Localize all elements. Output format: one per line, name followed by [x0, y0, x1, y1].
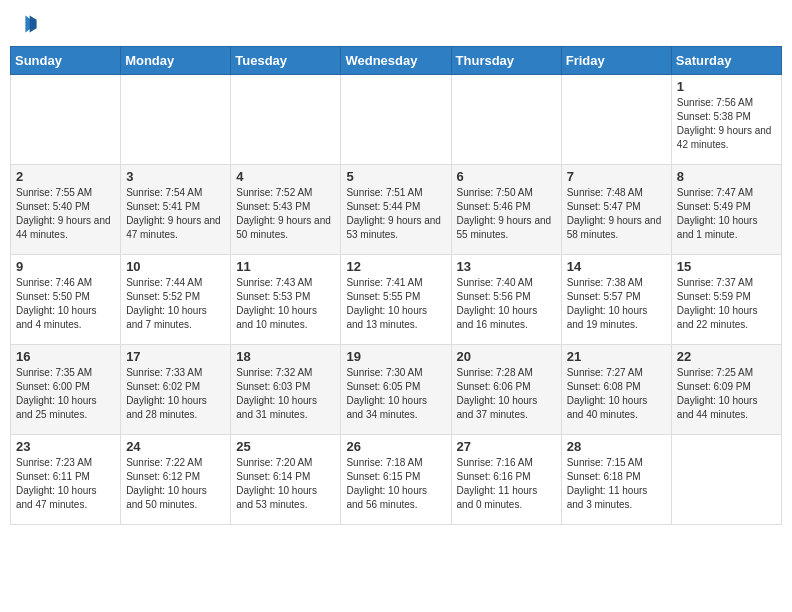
calendar-cell: 14Sunrise: 7:38 AM Sunset: 5:57 PM Dayli… — [561, 255, 671, 345]
calendar-week-0: 1Sunrise: 7:56 AM Sunset: 5:38 PM Daylig… — [11, 75, 782, 165]
day-info: Sunrise: 7:43 AM Sunset: 5:53 PM Dayligh… — [236, 276, 335, 332]
day-number: 1 — [677, 79, 776, 94]
calendar-cell: 4Sunrise: 7:52 AM Sunset: 5:43 PM Daylig… — [231, 165, 341, 255]
calendar-cell: 25Sunrise: 7:20 AM Sunset: 6:14 PM Dayli… — [231, 435, 341, 525]
day-info: Sunrise: 7:32 AM Sunset: 6:03 PM Dayligh… — [236, 366, 335, 422]
calendar-cell — [231, 75, 341, 165]
day-info: Sunrise: 7:28 AM Sunset: 6:06 PM Dayligh… — [457, 366, 556, 422]
day-info: Sunrise: 7:50 AM Sunset: 5:46 PM Dayligh… — [457, 186, 556, 242]
day-info: Sunrise: 7:38 AM Sunset: 5:57 PM Dayligh… — [567, 276, 666, 332]
logo — [10, 10, 42, 38]
calendar-week-3: 16Sunrise: 7:35 AM Sunset: 6:00 PM Dayli… — [11, 345, 782, 435]
calendar-cell: 28Sunrise: 7:15 AM Sunset: 6:18 PM Dayli… — [561, 435, 671, 525]
day-info: Sunrise: 7:16 AM Sunset: 6:16 PM Dayligh… — [457, 456, 556, 512]
day-number: 13 — [457, 259, 556, 274]
calendar-cell: 15Sunrise: 7:37 AM Sunset: 5:59 PM Dayli… — [671, 255, 781, 345]
day-info: Sunrise: 7:20 AM Sunset: 6:14 PM Dayligh… — [236, 456, 335, 512]
day-number: 9 — [16, 259, 115, 274]
calendar-cell: 20Sunrise: 7:28 AM Sunset: 6:06 PM Dayli… — [451, 345, 561, 435]
calendar-cell — [341, 75, 451, 165]
day-number: 16 — [16, 349, 115, 364]
day-number: 11 — [236, 259, 335, 274]
calendar-cell: 21Sunrise: 7:27 AM Sunset: 6:08 PM Dayli… — [561, 345, 671, 435]
calendar-cell: 24Sunrise: 7:22 AM Sunset: 6:12 PM Dayli… — [121, 435, 231, 525]
day-number: 23 — [16, 439, 115, 454]
col-header-saturday: Saturday — [671, 47, 781, 75]
day-number: 8 — [677, 169, 776, 184]
page-header — [10, 10, 782, 38]
col-header-sunday: Sunday — [11, 47, 121, 75]
day-number: 3 — [126, 169, 225, 184]
day-number: 6 — [457, 169, 556, 184]
day-number: 4 — [236, 169, 335, 184]
day-number: 19 — [346, 349, 445, 364]
logo-icon — [10, 10, 38, 38]
col-header-thursday: Thursday — [451, 47, 561, 75]
calendar-cell: 8Sunrise: 7:47 AM Sunset: 5:49 PM Daylig… — [671, 165, 781, 255]
calendar-cell: 6Sunrise: 7:50 AM Sunset: 5:46 PM Daylig… — [451, 165, 561, 255]
calendar-header-row: SundayMondayTuesdayWednesdayThursdayFrid… — [11, 47, 782, 75]
day-info: Sunrise: 7:37 AM Sunset: 5:59 PM Dayligh… — [677, 276, 776, 332]
day-number: 21 — [567, 349, 666, 364]
day-number: 10 — [126, 259, 225, 274]
day-info: Sunrise: 7:15 AM Sunset: 6:18 PM Dayligh… — [567, 456, 666, 512]
calendar-cell: 10Sunrise: 7:44 AM Sunset: 5:52 PM Dayli… — [121, 255, 231, 345]
day-info: Sunrise: 7:18 AM Sunset: 6:15 PM Dayligh… — [346, 456, 445, 512]
calendar-cell: 3Sunrise: 7:54 AM Sunset: 5:41 PM Daylig… — [121, 165, 231, 255]
col-header-friday: Friday — [561, 47, 671, 75]
calendar-week-2: 9Sunrise: 7:46 AM Sunset: 5:50 PM Daylig… — [11, 255, 782, 345]
calendar-cell: 16Sunrise: 7:35 AM Sunset: 6:00 PM Dayli… — [11, 345, 121, 435]
col-header-tuesday: Tuesday — [231, 47, 341, 75]
calendar-cell: 2Sunrise: 7:55 AM Sunset: 5:40 PM Daylig… — [11, 165, 121, 255]
day-info: Sunrise: 7:54 AM Sunset: 5:41 PM Dayligh… — [126, 186, 225, 242]
day-info: Sunrise: 7:25 AM Sunset: 6:09 PM Dayligh… — [677, 366, 776, 422]
calendar-week-1: 2Sunrise: 7:55 AM Sunset: 5:40 PM Daylig… — [11, 165, 782, 255]
day-info: Sunrise: 7:51 AM Sunset: 5:44 PM Dayligh… — [346, 186, 445, 242]
calendar-cell — [451, 75, 561, 165]
col-header-wednesday: Wednesday — [341, 47, 451, 75]
calendar-cell: 26Sunrise: 7:18 AM Sunset: 6:15 PM Dayli… — [341, 435, 451, 525]
day-info: Sunrise: 7:35 AM Sunset: 6:00 PM Dayligh… — [16, 366, 115, 422]
calendar-cell: 13Sunrise: 7:40 AM Sunset: 5:56 PM Dayli… — [451, 255, 561, 345]
day-number: 17 — [126, 349, 225, 364]
calendar-cell: 27Sunrise: 7:16 AM Sunset: 6:16 PM Dayli… — [451, 435, 561, 525]
day-number: 7 — [567, 169, 666, 184]
col-header-monday: Monday — [121, 47, 231, 75]
day-info: Sunrise: 7:47 AM Sunset: 5:49 PM Dayligh… — [677, 186, 776, 242]
day-info: Sunrise: 7:30 AM Sunset: 6:05 PM Dayligh… — [346, 366, 445, 422]
calendar-cell — [121, 75, 231, 165]
calendar-cell: 19Sunrise: 7:30 AM Sunset: 6:05 PM Dayli… — [341, 345, 451, 435]
day-number: 2 — [16, 169, 115, 184]
day-info: Sunrise: 7:27 AM Sunset: 6:08 PM Dayligh… — [567, 366, 666, 422]
day-info: Sunrise: 7:48 AM Sunset: 5:47 PM Dayligh… — [567, 186, 666, 242]
day-number: 26 — [346, 439, 445, 454]
calendar-cell — [671, 435, 781, 525]
day-info: Sunrise: 7:23 AM Sunset: 6:11 PM Dayligh… — [16, 456, 115, 512]
day-info: Sunrise: 7:33 AM Sunset: 6:02 PM Dayligh… — [126, 366, 225, 422]
calendar-cell: 22Sunrise: 7:25 AM Sunset: 6:09 PM Dayli… — [671, 345, 781, 435]
day-number: 28 — [567, 439, 666, 454]
day-info: Sunrise: 7:22 AM Sunset: 6:12 PM Dayligh… — [126, 456, 225, 512]
calendar-cell: 11Sunrise: 7:43 AM Sunset: 5:53 PM Dayli… — [231, 255, 341, 345]
calendar-week-4: 23Sunrise: 7:23 AM Sunset: 6:11 PM Dayli… — [11, 435, 782, 525]
calendar-cell — [11, 75, 121, 165]
day-info: Sunrise: 7:46 AM Sunset: 5:50 PM Dayligh… — [16, 276, 115, 332]
calendar-table: SundayMondayTuesdayWednesdayThursdayFrid… — [10, 46, 782, 525]
calendar-cell: 1Sunrise: 7:56 AM Sunset: 5:38 PM Daylig… — [671, 75, 781, 165]
day-number: 5 — [346, 169, 445, 184]
calendar-cell — [561, 75, 671, 165]
day-number: 22 — [677, 349, 776, 364]
day-number: 20 — [457, 349, 556, 364]
calendar-cell: 18Sunrise: 7:32 AM Sunset: 6:03 PM Dayli… — [231, 345, 341, 435]
calendar-cell: 7Sunrise: 7:48 AM Sunset: 5:47 PM Daylig… — [561, 165, 671, 255]
day-info: Sunrise: 7:52 AM Sunset: 5:43 PM Dayligh… — [236, 186, 335, 242]
calendar-cell: 9Sunrise: 7:46 AM Sunset: 5:50 PM Daylig… — [11, 255, 121, 345]
day-number: 12 — [346, 259, 445, 274]
day-number: 14 — [567, 259, 666, 274]
day-info: Sunrise: 7:40 AM Sunset: 5:56 PM Dayligh… — [457, 276, 556, 332]
calendar-cell: 5Sunrise: 7:51 AM Sunset: 5:44 PM Daylig… — [341, 165, 451, 255]
day-number: 27 — [457, 439, 556, 454]
day-number: 18 — [236, 349, 335, 364]
calendar-cell: 23Sunrise: 7:23 AM Sunset: 6:11 PM Dayli… — [11, 435, 121, 525]
day-number: 24 — [126, 439, 225, 454]
